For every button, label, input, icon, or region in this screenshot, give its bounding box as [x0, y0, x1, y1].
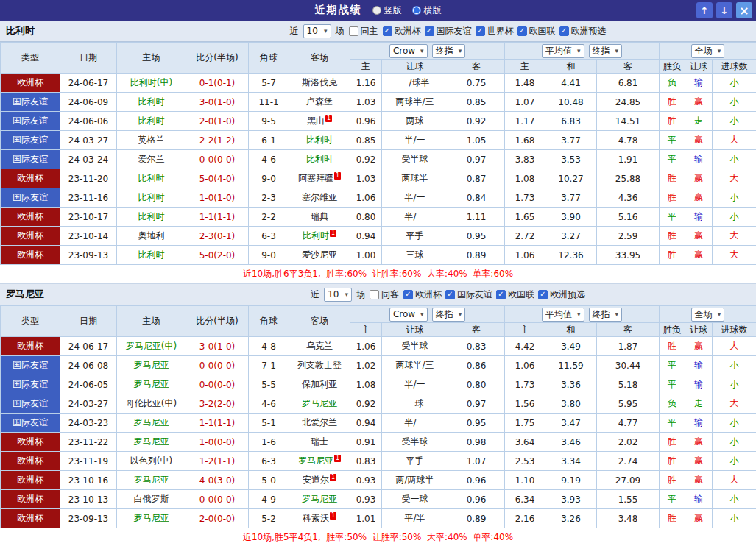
match-row: 欧洲杯23-09-13罗马尼亚2-0(0-0)5-2科索沃11.01平/半0.8…: [1, 509, 756, 528]
avg-draw: 3.27: [545, 227, 597, 246]
match-count-select[interactable]: 10▾: [324, 288, 352, 302]
result-goals: 大: [713, 471, 756, 490]
league-filter[interactable]: ✓欧洲杯: [403, 288, 442, 301]
team-name: 比利时: [303, 230, 329, 241]
odds-home: 0.85: [350, 131, 382, 150]
odds-home: 1.01: [350, 509, 382, 528]
league-filter[interactable]: ✓欧国联: [496, 288, 534, 301]
section-team-name: 罗马尼亚: [0, 288, 140, 301]
checkbox-icon[interactable]: ✓: [496, 290, 506, 299]
result-goals: 小: [713, 375, 756, 394]
sub-header-odds-away: 客: [448, 323, 505, 337]
odds-away: 0.85: [448, 93, 505, 112]
home-team-cell: 比利时: [117, 169, 186, 188]
result-handicap: 赢: [685, 169, 713, 188]
team-name: 比利时: [138, 96, 165, 107]
avg-draw: 10.27: [545, 169, 597, 188]
avg-source-select[interactable]: 平均值▾: [542, 308, 584, 322]
league-filter-label: 世界杯: [487, 25, 514, 38]
avg-source-select[interactable]: 平均值▾: [542, 44, 584, 58]
scroll-up-button[interactable]: ↑: [696, 2, 713, 18]
result-goals: 大: [713, 227, 756, 246]
same-venue-filter[interactable]: 同客: [370, 288, 399, 301]
col-header-away: 客场: [289, 306, 350, 337]
odds-away: 0.87: [448, 169, 505, 188]
result-handicap: 输: [685, 490, 713, 509]
scroll-down-button[interactable]: ↓: [716, 2, 732, 18]
odds-handicap: 半/一: [382, 208, 448, 227]
league-filter[interactable]: ✓国际友谊: [425, 25, 472, 38]
odds-source-select[interactable]: Crow▾: [389, 44, 428, 58]
sub-header-avg-home: 主: [505, 60, 545, 74]
result-goals: 小: [713, 433, 756, 452]
result-goals: 大: [713, 169, 756, 188]
avg-draw: 3.80: [545, 394, 597, 414]
odds-home: 1.02: [350, 356, 382, 375]
league-filter[interactable]: ✓国际友谊: [445, 288, 492, 301]
radio-icon[interactable]: [372, 6, 381, 15]
avg-time-select[interactable]: 终指▾: [589, 44, 623, 58]
checkbox-icon[interactable]: ✓: [403, 290, 413, 299]
sub-header-avg-away: 客: [597, 323, 660, 337]
league-badge: 欧洲杯: [1, 509, 60, 528]
home-team-cell: 比利时: [117, 93, 186, 112]
table-header-row-1: 类型 日期 主场 比分(半场) 角球 客场 Crow▾ 终指▾ 平均值▾ 终指▾: [1, 43, 756, 60]
col-header-score: 比分(半场): [186, 43, 249, 74]
red-card-badge: 1: [334, 172, 341, 180]
league-filter[interactable]: ✓世界杯: [476, 25, 514, 38]
avg-time-select[interactable]: 终指▾: [589, 308, 623, 322]
checkbox-icon[interactable]: ✓: [559, 26, 569, 36]
checkbox-icon[interactable]: [370, 290, 379, 299]
checkbox-icon[interactable]: ✓: [425, 26, 434, 36]
away-team-cell: 卢森堡: [289, 93, 350, 112]
odds-time-select[interactable]: 终指▾: [432, 44, 466, 58]
period-select[interactable]: 全场▾: [691, 44, 725, 58]
checkbox-icon[interactable]: [349, 26, 358, 36]
home-team-cell: 比利时: [117, 246, 186, 265]
checkbox-icon[interactable]: ✓: [476, 26, 485, 36]
checkbox-icon[interactable]: ✓: [517, 26, 527, 36]
checkbox-icon[interactable]: ✓: [383, 26, 392, 36]
league-filter[interactable]: ✓欧国联: [517, 25, 556, 38]
period-select[interactable]: 全场▾: [691, 308, 725, 322]
match-count-select[interactable]: 10▾: [303, 24, 331, 38]
match-row: 欧洲杯23-09-13比利时5-0(2-0)9-0爱沙尼亚1.00三球0.891…: [1, 246, 756, 265]
match-date: 24-03-27: [60, 394, 117, 414]
team-name: 罗马尼亚: [302, 398, 337, 408]
result-outcome: 负: [660, 74, 685, 93]
odds-source-select[interactable]: Crow▾: [389, 308, 428, 322]
radio-horizontal-layout[interactable]: 横版: [412, 4, 442, 17]
odds-away: 0.97: [448, 150, 505, 169]
odds-time-select[interactable]: 终指▾: [432, 308, 466, 322]
avg-draw: 3.90: [545, 208, 597, 227]
avg-away: 3.48: [597, 509, 660, 528]
close-button[interactable]: ×: [736, 2, 752, 18]
league-badge: 国际友谊: [1, 188, 60, 208]
league-filter[interactable]: ✓欧洲预选: [559, 25, 607, 38]
league-filter-label: 欧洲预选: [550, 288, 585, 301]
team-name: 比利时: [138, 211, 165, 221]
corner-count: 2-3: [249, 188, 289, 208]
league-badge: 国际友谊: [1, 150, 60, 169]
team-section: 罗马尼亚 近 10▾ 场 同客 ✓欧洲杯✓国际友谊✓欧国联✓欧洲预选 类型 日期…: [0, 284, 756, 546]
league-filter[interactable]: ✓欧洲预选: [538, 288, 585, 301]
radio-vertical-layout[interactable]: 竖版: [372, 4, 402, 17]
checkbox-icon[interactable]: ✓: [445, 290, 455, 299]
section-summary: 近10场,胜5平4负1, 胜率:50% 让胜率:50% 大率:40% 单率:40…: [0, 528, 756, 546]
fulltime-group-header: 全场▾: [660, 43, 756, 60]
team-name: 科索沃: [303, 513, 329, 523]
league-filter[interactable]: ✓欧洲杯: [383, 25, 421, 38]
same-venue-filter[interactable]: 同主: [349, 25, 378, 38]
odds-handicap: 平/半: [382, 509, 448, 528]
home-team-cell: 以色列(中): [117, 452, 186, 471]
odds-handicap: 受半球: [382, 433, 448, 452]
odds-away: 0.89: [448, 509, 505, 528]
result-handicap: 赢: [685, 433, 713, 452]
match-score: 2-0(1-0): [186, 112, 249, 131]
radio-selected-icon[interactable]: [412, 6, 421, 15]
avg-draw: 3.46: [545, 433, 597, 452]
corner-count: 4-8: [249, 337, 289, 356]
checkbox-icon[interactable]: ✓: [538, 290, 548, 299]
match-date: 23-10-14: [60, 227, 117, 246]
result-handicap: 赢: [685, 131, 713, 150]
